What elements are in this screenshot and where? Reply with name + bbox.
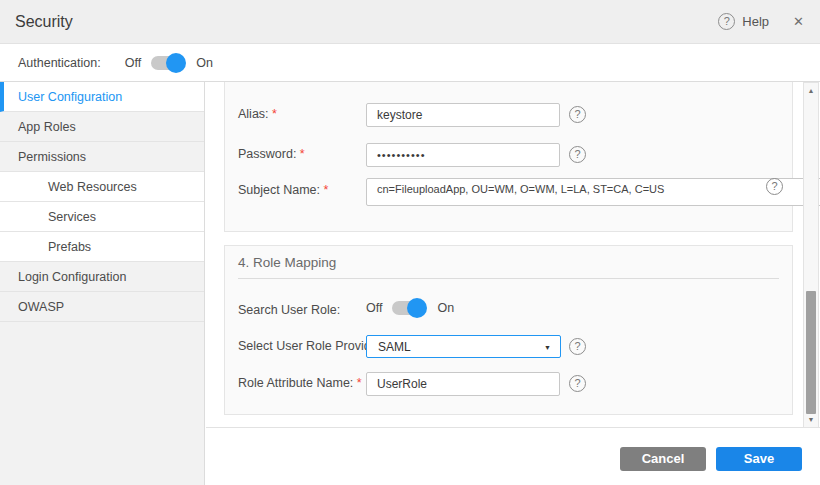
- alias-help-icon[interactable]: ?: [569, 106, 586, 123]
- authentication-off-label: Off: [125, 56, 141, 70]
- security-dialog: Security ? Help ✕ Authentication: Off On…: [0, 0, 820, 485]
- role-attribute-name-label: Role Attribute Name: *: [238, 376, 362, 390]
- role-attribute-help-icon[interactable]: ?: [569, 375, 586, 392]
- role-mapping-section-title: 4. Role Mapping: [238, 255, 336, 270]
- form-scroll-area: Alias: * ? Password: * ? Subject Name: *…: [206, 82, 820, 428]
- cancel-button[interactable]: Cancel: [620, 447, 706, 471]
- dropdown-caret-icon: ▼: [544, 344, 551, 351]
- save-button[interactable]: Save: [716, 447, 802, 471]
- subject-name-textarea[interactable]: cn=FileuploadApp, OU=WM, O=WM, L=LA, ST=…: [366, 178, 820, 206]
- subject-name-help-icon[interactable]: ?: [766, 178, 783, 195]
- password-label: Password: *: [238, 147, 305, 161]
- toggle-knob: [166, 53, 186, 73]
- dialog-header: Security ? Help ✕: [0, 0, 820, 44]
- dialog-footer: Cancel Save: [206, 428, 820, 485]
- authentication-toggle[interactable]: [151, 56, 184, 70]
- required-asterisk: *: [323, 183, 328, 197]
- sidebar-item-user-configuration[interactable]: User Configuration: [0, 82, 204, 112]
- sidebar-item-login-configuration[interactable]: Login Configuration: [0, 262, 204, 292]
- sidebar-item-permissions[interactable]: Permissions: [0, 142, 204, 172]
- selected-provider-value: SAML: [378, 340, 411, 354]
- toggle-knob: [407, 298, 427, 318]
- close-icon[interactable]: ✕: [793, 14, 804, 29]
- page-title: Security: [15, 13, 73, 31]
- user-role-provider-select[interactable]: SAML ▼: [366, 335, 561, 358]
- sidebar-item-web-resources[interactable]: Web Resources: [0, 172, 204, 202]
- search-user-role-toggle[interactable]: [392, 301, 425, 315]
- user-role-provider-label: Select User Role Provider:: [238, 339, 385, 353]
- alias-label: Alias: *: [238, 107, 277, 121]
- search-user-role-on-label: On: [437, 301, 454, 315]
- provider-help-icon[interactable]: ?: [569, 338, 586, 355]
- password-input[interactable]: [366, 143, 560, 167]
- role-attribute-name-input[interactable]: [366, 372, 560, 396]
- sidebar-item-prefabs[interactable]: Prefabs: [0, 232, 204, 262]
- header-actions: ? Help ✕: [718, 0, 804, 43]
- alias-input[interactable]: [366, 103, 560, 127]
- content-area: Alias: * ? Password: * ? Subject Name: *…: [206, 82, 820, 485]
- scrollbar-thumb[interactable]: [806, 291, 816, 414]
- section-divider: [238, 278, 779, 279]
- sidebar-item-owasp[interactable]: OWASP: [0, 292, 204, 322]
- required-asterisk: *: [300, 147, 305, 161]
- help-link[interactable]: Help: [742, 14, 769, 29]
- authentication-bar: Authentication: Off On: [0, 44, 820, 82]
- sidebar-item-app-roles[interactable]: App Roles: [0, 112, 204, 142]
- keystore-section-panel: Alias: * ? Password: * ? Subject Name: *…: [224, 82, 793, 232]
- settings-sidebar: User Configuration App Roles Permissions…: [0, 82, 205, 485]
- vertical-scrollbar[interactable]: ▲ ▼: [803, 82, 819, 428]
- sidebar-item-services[interactable]: Services: [0, 202, 204, 232]
- search-user-role-label: Search User Role:: [238, 303, 340, 317]
- required-asterisk: *: [272, 107, 277, 121]
- subject-name-label: Subject Name: *: [238, 183, 328, 197]
- scroll-up-icon[interactable]: ▲: [804, 87, 818, 94]
- required-asterisk: *: [357, 376, 362, 390]
- search-user-role-control: Off On: [366, 298, 454, 318]
- help-icon[interactable]: ?: [718, 13, 735, 30]
- password-help-icon[interactable]: ?: [569, 146, 586, 163]
- authentication-label: Authentication:: [18, 56, 101, 70]
- scroll-down-icon[interactable]: ▼: [804, 416, 818, 423]
- authentication-on-label: On: [196, 56, 213, 70]
- role-mapping-panel: 4. Role Mapping Search User Role: Off On…: [224, 245, 793, 415]
- search-user-role-off-label: Off: [366, 301, 382, 315]
